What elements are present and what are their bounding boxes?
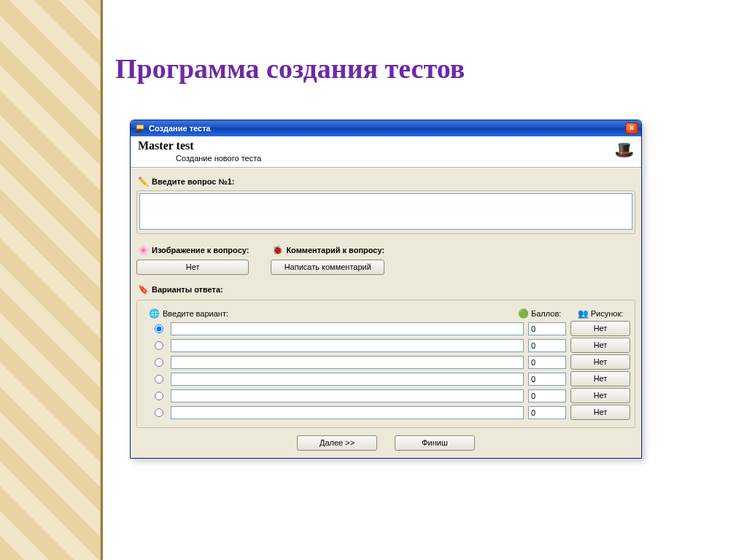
variant-input[interactable]: [171, 373, 524, 386]
points-input[interactable]: [528, 389, 566, 402]
answer-row: Нет: [142, 338, 630, 353]
answer-row: Нет: [142, 388, 630, 403]
answers-group-label: 🔖 Варианты ответа:: [138, 284, 223, 295]
image-label-text: Изображение к вопросу:: [152, 246, 249, 254]
svg-rect-1: [136, 125, 144, 129]
chart-icon: 🟢: [518, 308, 529, 319]
globe-icon: 🌐: [149, 308, 160, 319]
answer-image-button[interactable]: Нет: [570, 405, 630, 420]
question-input[interactable]: [139, 193, 632, 230]
variant-input[interactable]: [171, 322, 524, 335]
col-image: 👥 Рисунок:: [570, 308, 630, 319]
header-app-name: Master test: [138, 139, 635, 152]
pencil-icon: ✏️: [138, 176, 149, 187]
question-label-text: Введите вопрос №1:: [152, 177, 234, 186]
close-button[interactable]: ×: [625, 122, 638, 134]
slide-title: Программа создания тестов: [115, 52, 465, 85]
answer-radio[interactable]: [155, 408, 163, 417]
wizard-hat-icon: 🎩: [614, 141, 634, 160]
answer-image-button[interactable]: Нет: [570, 388, 630, 403]
app-icon: [135, 123, 145, 133]
answer-radio[interactable]: [155, 375, 163, 384]
variant-input[interactable]: [171, 406, 524, 419]
answers-header: 🌐 Введите вариант: 🟢 Баллов: 👥 Рисунок:: [149, 308, 630, 319]
window-title: Создание теста: [149, 124, 625, 133]
variant-input[interactable]: [171, 356, 524, 369]
points-input[interactable]: [528, 373, 566, 386]
comment-button[interactable]: Написать комментарий: [271, 260, 384, 275]
attachments-row: 🌸 Изображение к вопросу: Нет 🐞 Комментар…: [136, 240, 635, 275]
image-button[interactable]: Нет: [136, 260, 249, 275]
answer-radio[interactable]: [155, 324, 163, 333]
answer-image-button[interactable]: Нет: [570, 321, 630, 336]
app-window: Создание теста × Master test Создание но…: [130, 120, 642, 459]
finish-button[interactable]: Финиш: [395, 435, 475, 451]
col-points: 🟢 Баллов:: [518, 308, 566, 319]
slide-side-pattern: [0, 0, 101, 560]
comment-label-text: Комментарий к вопросу:: [286, 246, 384, 254]
points-input[interactable]: [528, 322, 566, 335]
points-input[interactable]: [528, 339, 566, 352]
answer-row: Нет: [142, 371, 630, 386]
points-input[interactable]: [528, 356, 566, 369]
comment-col: 🐞 Комментарий к вопросу: Написать коммен…: [271, 240, 384, 275]
titlebar[interactable]: Создание теста ×: [131, 120, 641, 136]
answer-radio[interactable]: [155, 358, 163, 367]
answer-row: Нет: [142, 321, 630, 336]
wizard-footer: Далее >> Финиш: [136, 435, 635, 452]
variant-input[interactable]: [171, 339, 524, 352]
points-input[interactable]: [528, 406, 566, 419]
answer-row: Нет: [142, 354, 630, 370]
header-subtitle: Создание нового теста: [176, 154, 635, 163]
bug-icon: 🐞: [272, 244, 283, 255]
window-header: Master test Создание нового теста 🎩: [131, 136, 641, 168]
answer-radio[interactable]: [155, 392, 163, 400]
answer-image-button[interactable]: Нет: [570, 371, 630, 386]
answer-image-button[interactable]: Нет: [570, 338, 630, 353]
answer-image-button[interactable]: Нет: [570, 354, 630, 370]
question-group: [136, 190, 635, 234]
col-variant: 🌐 Введите вариант:: [149, 308, 514, 319]
flower-icon: 🌸: [138, 244, 149, 255]
image-col: 🌸 Изображение к вопросу: Нет: [136, 240, 249, 275]
people-icon: 👥: [578, 308, 589, 319]
comment-label: 🐞 Комментарий к вопросу:: [272, 244, 384, 255]
answers-group-text: Варианты ответа:: [152, 285, 223, 294]
next-button[interactable]: Далее >>: [297, 435, 377, 451]
slide-side-keyline: [101, 0, 103, 560]
variant-input[interactable]: [171, 389, 524, 402]
image-label: 🌸 Изображение к вопросу:: [138, 244, 249, 255]
answers-group: 🌐 Введите вариант: 🟢 Баллов: 👥 Рисунок: …: [136, 300, 635, 428]
answer-row: Нет: [142, 405, 630, 420]
window-body: ✏️ Введите вопрос №1: 🌸 Изображение к во…: [131, 168, 641, 458]
tag-icon: 🔖: [138, 284, 149, 295]
question-label: ✏️ Введите вопрос №1:: [138, 176, 234, 187]
answer-radio[interactable]: [155, 341, 163, 350]
